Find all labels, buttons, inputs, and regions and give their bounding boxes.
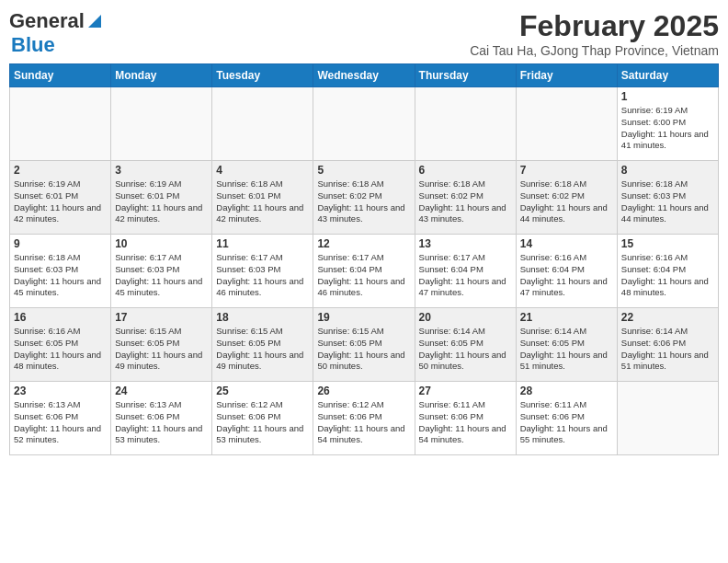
weekday-header-wednesday: Wednesday: [313, 64, 415, 87]
day-info: Sunrise: 6:11 AM Sunset: 6:06 PM Dayligh…: [520, 399, 613, 446]
day-number: 19: [317, 311, 410, 324]
calendar-cell: 24Sunrise: 6:13 AM Sunset: 6:06 PM Dayli…: [111, 382, 212, 455]
day-info: Sunrise: 6:16 AM Sunset: 6:04 PM Dayligh…: [520, 252, 613, 299]
day-number: 3: [115, 164, 208, 177]
calendar-cell: 4Sunrise: 6:18 AM Sunset: 6:01 PM Daylig…: [212, 161, 313, 235]
weekday-header-sunday: Sunday: [10, 64, 111, 87]
day-number: 16: [14, 311, 107, 324]
logo: General Blue: [9, 9, 101, 57]
calendar-cell: [212, 87, 313, 161]
calendar-cell: 12Sunrise: 6:17 AM Sunset: 6:04 PM Dayli…: [313, 235, 415, 308]
calendar-week-row: 16Sunrise: 6:16 AM Sunset: 6:05 PM Dayli…: [10, 308, 719, 382]
calendar-cell: 13Sunrise: 6:17 AM Sunset: 6:04 PM Dayli…: [415, 235, 516, 308]
calendar-cell: 8Sunrise: 6:18 AM Sunset: 6:03 PM Daylig…: [617, 161, 718, 235]
calendar-cell: 25Sunrise: 6:12 AM Sunset: 6:06 PM Dayli…: [212, 382, 313, 455]
day-number: 10: [115, 237, 208, 250]
calendar-cell: 9Sunrise: 6:18 AM Sunset: 6:03 PM Daylig…: [10, 235, 111, 308]
day-info: Sunrise: 6:17 AM Sunset: 6:04 PM Dayligh…: [317, 252, 410, 299]
day-info: Sunrise: 6:18 AM Sunset: 6:01 PM Dayligh…: [216, 178, 309, 225]
day-number: 26: [317, 385, 410, 397]
day-number: 8: [621, 164, 714, 177]
day-number: 27: [419, 385, 512, 397]
calendar-cell: [10, 87, 111, 161]
day-number: 7: [520, 164, 613, 177]
calendar-cell: [111, 87, 212, 161]
day-info: Sunrise: 6:14 AM Sunset: 6:06 PM Dayligh…: [621, 326, 714, 373]
weekday-header-saturday: Saturday: [617, 64, 718, 87]
day-info: Sunrise: 6:17 AM Sunset: 6:03 PM Dayligh…: [216, 252, 309, 299]
day-info: Sunrise: 6:18 AM Sunset: 6:03 PM Dayligh…: [14, 252, 107, 299]
day-number: 22: [621, 311, 714, 324]
calendar-cell: 6Sunrise: 6:18 AM Sunset: 6:02 PM Daylig…: [415, 161, 516, 235]
calendar-week-row: 23Sunrise: 6:13 AM Sunset: 6:06 PM Dayli…: [10, 382, 719, 455]
calendar-cell: 1Sunrise: 6:19 AM Sunset: 6:00 PM Daylig…: [617, 87, 718, 161]
day-number: 24: [115, 385, 208, 397]
day-number: 1: [621, 90, 714, 103]
calendar-cell: 16Sunrise: 6:16 AM Sunset: 6:05 PM Dayli…: [10, 308, 111, 382]
weekday-header-thursday: Thursday: [415, 64, 516, 87]
day-number: 25: [216, 385, 309, 397]
day-info: Sunrise: 6:12 AM Sunset: 6:06 PM Dayligh…: [216, 399, 309, 446]
day-info: Sunrise: 6:15 AM Sunset: 6:05 PM Dayligh…: [317, 326, 410, 373]
location-subtitle: Cai Tau Ha, GJong Thap Province, Vietnam: [470, 43, 719, 58]
month-title: February 2025: [470, 9, 719, 43]
day-info: Sunrise: 6:16 AM Sunset: 6:04 PM Dayligh…: [621, 252, 714, 299]
calendar-week-row: 2Sunrise: 6:19 AM Sunset: 6:01 PM Daylig…: [10, 161, 719, 235]
calendar-week-row: 1Sunrise: 6:19 AM Sunset: 6:00 PM Daylig…: [10, 87, 719, 161]
day-info: Sunrise: 6:18 AM Sunset: 6:02 PM Dayligh…: [317, 178, 410, 225]
weekday-header-tuesday: Tuesday: [212, 64, 313, 87]
day-number: 13: [419, 237, 512, 250]
day-info: Sunrise: 6:17 AM Sunset: 6:03 PM Dayligh…: [115, 252, 208, 299]
calendar-cell: 15Sunrise: 6:16 AM Sunset: 6:04 PM Dayli…: [617, 235, 718, 308]
day-info: Sunrise: 6:18 AM Sunset: 6:03 PM Dayligh…: [621, 178, 714, 225]
day-number: 9: [14, 237, 107, 250]
day-info: Sunrise: 6:11 AM Sunset: 6:06 PM Dayligh…: [419, 399, 512, 446]
day-number: 4: [216, 164, 309, 177]
calendar-cell: 18Sunrise: 6:15 AM Sunset: 6:05 PM Dayli…: [212, 308, 313, 382]
day-info: Sunrise: 6:18 AM Sunset: 6:02 PM Dayligh…: [419, 178, 512, 225]
calendar-cell: 22Sunrise: 6:14 AM Sunset: 6:06 PM Dayli…: [617, 308, 718, 382]
calendar-cell: [415, 87, 516, 161]
weekday-header-friday: Friday: [516, 64, 617, 87]
day-info: Sunrise: 6:13 AM Sunset: 6:06 PM Dayligh…: [14, 399, 107, 446]
day-info: Sunrise: 6:14 AM Sunset: 6:05 PM Dayligh…: [520, 326, 613, 373]
day-number: 15: [621, 237, 714, 250]
day-number: 18: [216, 311, 309, 324]
logo-general: General: [9, 9, 85, 33]
day-number: 21: [520, 311, 613, 324]
calendar-cell: 3Sunrise: 6:19 AM Sunset: 6:01 PM Daylig…: [111, 161, 212, 235]
day-info: Sunrise: 6:15 AM Sunset: 6:05 PM Dayligh…: [216, 326, 309, 373]
day-info: Sunrise: 6:12 AM Sunset: 6:06 PM Dayligh…: [317, 399, 410, 446]
day-info: Sunrise: 6:19 AM Sunset: 6:01 PM Dayligh…: [14, 178, 107, 225]
day-number: 12: [317, 237, 410, 250]
calendar-cell: 10Sunrise: 6:17 AM Sunset: 6:03 PM Dayli…: [111, 235, 212, 308]
day-number: 17: [115, 311, 208, 324]
calendar-cell: 28Sunrise: 6:11 AM Sunset: 6:06 PM Dayli…: [516, 382, 617, 455]
calendar-cell: [313, 87, 415, 161]
calendar-cell: 7Sunrise: 6:18 AM Sunset: 6:02 PM Daylig…: [516, 161, 617, 235]
logo-icon: [88, 15, 101, 28]
calendar-cell: 17Sunrise: 6:15 AM Sunset: 6:05 PM Dayli…: [111, 308, 212, 382]
day-info: Sunrise: 6:17 AM Sunset: 6:04 PM Dayligh…: [419, 252, 512, 299]
calendar-cell: 5Sunrise: 6:18 AM Sunset: 6:02 PM Daylig…: [313, 161, 415, 235]
title-area: February 2025 Cai Tau Ha, GJong Thap Pro…: [470, 9, 719, 58]
calendar-cell: 20Sunrise: 6:14 AM Sunset: 6:05 PM Dayli…: [415, 308, 516, 382]
calendar-cell: 23Sunrise: 6:13 AM Sunset: 6:06 PM Dayli…: [10, 382, 111, 455]
calendar-week-row: 9Sunrise: 6:18 AM Sunset: 6:03 PM Daylig…: [10, 235, 719, 308]
day-info: Sunrise: 6:13 AM Sunset: 6:06 PM Dayligh…: [115, 399, 208, 446]
day-number: 14: [520, 237, 613, 250]
weekday-header-row: SundayMondayTuesdayWednesdayThursdayFrid…: [10, 64, 719, 87]
day-info: Sunrise: 6:14 AM Sunset: 6:05 PM Dayligh…: [419, 326, 512, 373]
calendar-cell: [516, 87, 617, 161]
logo-blue: Blue: [11, 33, 55, 57]
weekday-header-monday: Monday: [111, 64, 212, 87]
day-number: 5: [317, 164, 410, 177]
day-info: Sunrise: 6:15 AM Sunset: 6:05 PM Dayligh…: [115, 326, 208, 373]
calendar-cell: 2Sunrise: 6:19 AM Sunset: 6:01 PM Daylig…: [10, 161, 111, 235]
calendar-cell: 14Sunrise: 6:16 AM Sunset: 6:04 PM Dayli…: [516, 235, 617, 308]
calendar-cell: [617, 382, 718, 455]
day-number: 11: [216, 237, 309, 250]
day-info: Sunrise: 6:18 AM Sunset: 6:02 PM Dayligh…: [520, 178, 613, 225]
day-info: Sunrise: 6:16 AM Sunset: 6:05 PM Dayligh…: [14, 326, 107, 373]
calendar-cell: 26Sunrise: 6:12 AM Sunset: 6:06 PM Dayli…: [313, 382, 415, 455]
